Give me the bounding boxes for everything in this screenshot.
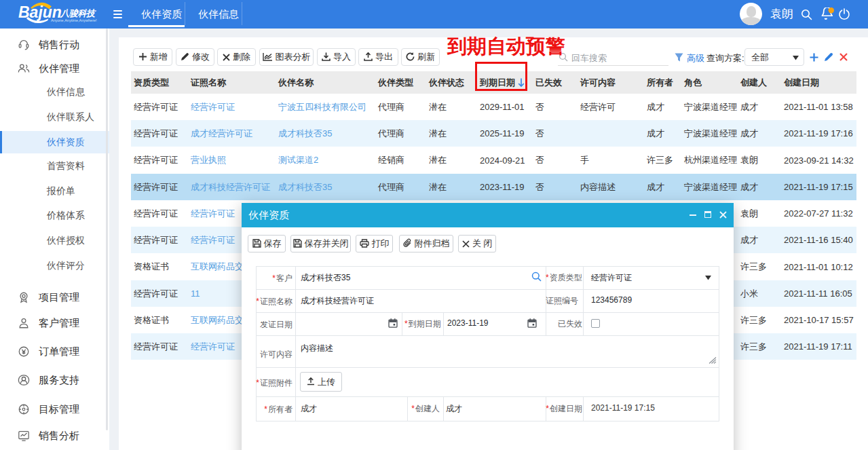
svg-text:Anyone,Anytime,Anywhere!: Anyone,Anytime,Anywhere! bbox=[51, 18, 97, 22]
svg-text:八骏科技: 八骏科技 bbox=[60, 8, 96, 18]
